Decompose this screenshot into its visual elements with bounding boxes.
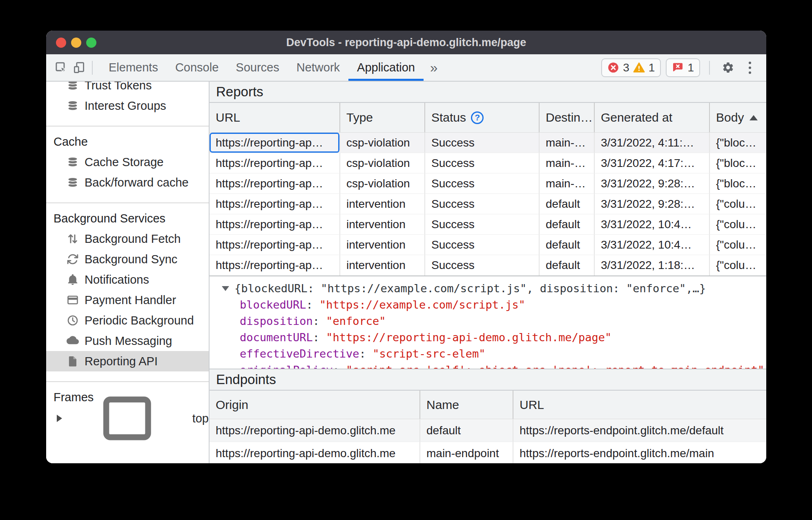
report-body-preview: {blockedURL: "https://example.com/script…	[210, 276, 766, 369]
property-key: originalPolicy	[240, 364, 346, 369]
sidebar-item-notifications[interactable]: Notifications	[46, 269, 209, 290]
tab-network[interactable]: Network	[288, 54, 348, 81]
issues-message-icon	[672, 62, 684, 73]
report-type-cell: intervention	[340, 255, 425, 276]
sidebar-section-cache: Cache	[46, 131, 209, 152]
table-row[interactable]: https://reporting-api-demo.glitch.me def…	[210, 419, 766, 442]
report-url-cell: https://reporting-ap…	[210, 153, 340, 173]
reports-table-body: https://reporting-ap… csp-violation Succ…	[210, 133, 766, 276]
sidebar-item-cache-storage[interactable]: Cache Storage	[46, 152, 209, 172]
up-down-arrows-icon	[67, 233, 79, 245]
sidebar-item-label: Cache Storage	[85, 156, 163, 169]
property-value: "https://reporting-api-demo.glitch.me/pa…	[326, 331, 611, 344]
column-header-status[interactable]: Status ?	[425, 103, 540, 132]
settings-button[interactable]	[719, 59, 737, 77]
column-header-generated-at[interactable]: Generated at	[595, 103, 710, 132]
sidebar-item-label: Back/forward cache	[85, 176, 189, 189]
sidebar-item-back-forward-cache[interactable]: Back/forward cache	[46, 172, 209, 193]
property-value: "script-src 'self'; object-src 'none'; r…	[346, 364, 764, 369]
database-icon	[67, 100, 79, 112]
object-property: blockedURL"https://example.com/script.js…	[222, 297, 766, 313]
status-help-icon[interactable]: ?	[471, 111, 484, 124]
sidebar-item-payment-handler[interactable]: Payment Handler	[46, 290, 209, 310]
report-destination-cell: main-…	[540, 173, 595, 193]
report-status-cell: Success	[425, 214, 540, 234]
report-url-cell: https://reporting-ap…	[210, 214, 340, 234]
report-status-cell: Success	[425, 194, 540, 214]
inspect-element-button[interactable]	[52, 59, 70, 77]
sidebar-item-reporting-api[interactable]: Reporting API	[46, 351, 209, 371]
cloud-icon	[67, 335, 79, 347]
endpoint-name-cell: default	[420, 419, 513, 442]
title-bar: DevTools - reporting-api-demo.glitch.me/…	[46, 31, 766, 54]
panel-tabs: Elements Console Sources Network Applica…	[100, 54, 424, 81]
table-row[interactable]: https://reporting-ap… csp-violation Succ…	[210, 153, 766, 173]
property-value: "enforce"	[326, 315, 386, 327]
column-header-name[interactable]: Name	[420, 391, 513, 419]
column-header-url[interactable]: URL	[210, 103, 340, 132]
minimize-window-button[interactable]	[71, 38, 81, 48]
tab-console[interactable]: Console	[167, 54, 227, 81]
report-type-cell: intervention	[340, 214, 425, 234]
toolbar-divider	[92, 61, 93, 75]
clock-icon	[67, 314, 79, 327]
report-url-cell: https://reporting-ap…	[210, 255, 340, 276]
device-toolbar-icon	[73, 61, 85, 74]
close-window-button[interactable]	[56, 38, 66, 48]
sidebar-item-label: Payment Handler	[85, 293, 176, 307]
gear-icon	[722, 61, 734, 74]
report-generated-cell: 3/31/2022, 4:11:…	[595, 133, 710, 153]
column-header-body[interactable]: Body	[710, 103, 766, 132]
sidebar-item-interest-groups[interactable]: Interest Groups	[46, 96, 209, 116]
table-row[interactable]: https://reporting-ap… intervention Succe…	[210, 194, 766, 214]
table-row[interactable]: https://reporting-ap… intervention Succe…	[210, 235, 766, 255]
property-key: disposition	[240, 315, 326, 327]
toggle-device-toolbar-button[interactable]	[70, 59, 88, 77]
database-icon	[67, 176, 79, 189]
sidebar-item-label: Notifications	[85, 273, 149, 287]
zoom-window-button[interactable]	[86, 38, 96, 48]
column-header-body-label: Body	[716, 111, 744, 124]
column-header-endpoint-url[interactable]: URL	[513, 391, 766, 419]
report-url-cell[interactable]: https://reporting-ap…	[210, 133, 340, 153]
report-destination-cell: main-…	[540, 153, 595, 173]
database-icon	[67, 156, 79, 168]
report-generated-cell: 3/31/2022, 9:28:…	[595, 173, 710, 193]
table-row[interactable]: https://reporting-ap… csp-violation Succ…	[210, 173, 766, 194]
table-row[interactable]: https://reporting-ap… intervention Succe…	[210, 214, 766, 235]
error-icon	[607, 62, 619, 73]
sidebar-section-background-services: Background Services	[46, 208, 209, 229]
report-generated-cell: 3/31/2022, 4:17:…	[595, 153, 710, 173]
sidebar-item-trust-tokens[interactable]: Trust Tokens	[46, 82, 209, 96]
issues-badge[interactable]: 1	[666, 58, 700, 77]
table-row[interactable]: https://reporting-ap… intervention Succe…	[210, 255, 766, 276]
object-preview-summary[interactable]: {blockedURL: "https://example.com/script…	[222, 280, 766, 297]
customize-devtools-button[interactable]	[742, 62, 758, 74]
table-row[interactable]: https://reporting-api-demo.glitch.me mai…	[210, 442, 766, 463]
more-tabs-button[interactable]: »	[424, 54, 444, 81]
sidebar-item-label: Background Sync	[85, 253, 177, 266]
column-header-origin[interactable]: Origin	[210, 391, 420, 419]
report-url-cell: https://reporting-ap…	[210, 194, 340, 214]
window-controls	[56, 31, 96, 54]
tab-application[interactable]: Application	[348, 54, 424, 81]
table-row[interactable]: https://reporting-ap… csp-violation Succ…	[210, 133, 766, 153]
sidebar-item-periodic-background[interactable]: Periodic Background	[46, 310, 209, 331]
sidebar-item-background-sync[interactable]: Background Sync	[46, 249, 209, 269]
endpoints-table-header: Origin Name URL	[210, 391, 766, 419]
sidebar-item-background-fetch[interactable]: Background Fetch	[46, 229, 209, 249]
report-destination-cell: default	[540, 255, 595, 276]
object-property: disposition"enforce"	[222, 313, 766, 329]
tab-sources[interactable]: Sources	[227, 54, 288, 81]
sidebar-item-push-messaging[interactable]: Push Messaging	[46, 331, 209, 351]
column-header-destination[interactable]: Destin…	[540, 103, 595, 132]
collapse-arrow-icon[interactable]	[222, 286, 229, 291]
report-url-cell: https://reporting-ap…	[210, 235, 340, 255]
sidebar-item-frame-top[interactable]: top	[46, 407, 209, 429]
column-header-type[interactable]: Type	[340, 103, 425, 132]
console-status-badge[interactable]: 3 1	[601, 58, 661, 77]
expand-arrow-icon[interactable]	[57, 415, 62, 422]
report-status-cell: Success	[425, 133, 540, 153]
tab-elements[interactable]: Elements	[100, 54, 167, 81]
endpoint-url-cell: https://reports-endpoint.glitch.me/main	[513, 442, 766, 463]
